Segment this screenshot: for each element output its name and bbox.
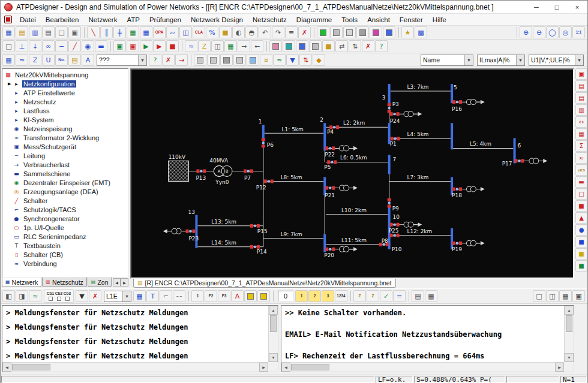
toggle-right-panel-button[interactable]: ◨	[16, 290, 28, 302]
vertical-scrollbar[interactable]: ▲ ▼	[564, 306, 574, 362]
insert-source-button[interactable]: ◉	[82, 40, 94, 52]
step-all-button[interactable]: 1234	[335, 290, 347, 302]
tab-netzschutz[interactable]: ▥Netzschutz	[42, 278, 87, 287]
report-2-button[interactable]: ▤	[575, 92, 587, 104]
name-combo[interactable]: Name ▼	[421, 55, 473, 66]
tab-zon[interactable]: ▤Zon	[88, 278, 112, 287]
phase-tool-button[interactable]: ≈	[273, 54, 286, 66]
tree-item-transformator-2-wicklung[interactable]: ∞Transformator 2-Wicklung	[2, 133, 128, 142]
load-consumer[interactable]	[466, 99, 484, 105]
tree-item-rlc-serienimpedanz[interactable]: ▭RLC Serienimpedanz	[2, 232, 128, 241]
tree-item-synchrongenerator[interactable]: ●Synchrongenerator	[2, 214, 128, 223]
lock-button[interactable]: ■	[219, 26, 232, 38]
tree-item-dezentraler-einspeiser-emt[interactable]: ◉Dezentraler Einspeiser (EMT)	[2, 178, 128, 187]
tab-netzwerk[interactable]: ▦Netzwerk	[2, 278, 41, 287]
zoom-fit-button[interactable]: ◎	[559, 26, 572, 38]
stop-simulation-button[interactable]: ■	[166, 40, 179, 52]
busbar[interactable]	[195, 215, 197, 248]
menu-atp[interactable]: ATP	[122, 15, 145, 25]
help-button[interactable]: ?	[375, 40, 388, 52]
chevron-down-icon[interactable]: ▼	[122, 291, 131, 301]
tree-item-schalter[interactable]: ╱Schalter	[2, 196, 128, 205]
tab-scroll-right-button[interactable]: ▶	[121, 278, 128, 287]
dash-tool-button[interactable]: – –	[173, 290, 185, 302]
marker-yellow-2-button[interactable]	[257, 290, 270, 302]
tree-item-lastfluss[interactable]: ▸Lastfluss	[2, 106, 128, 115]
load-consumer[interactable]	[340, 246, 358, 252]
swap-vertical-button[interactable]: ⇅	[349, 40, 361, 52]
switch-node[interactable]	[325, 146, 335, 150]
step-3-button[interactable]: 3	[322, 290, 334, 302]
align-button[interactable]: ≡	[285, 26, 298, 38]
tile-c-button[interactable]	[220, 54, 233, 66]
open-network-button[interactable]: ▤	[16, 26, 28, 38]
rotate-left-button[interactable]: ↶	[259, 26, 271, 38]
label-tool-button[interactable]: A	[82, 54, 94, 66]
square-green-button[interactable]: ■	[575, 260, 587, 272]
run-loadflow-button[interactable]: ▶	[140, 40, 152, 52]
scroll-left-icon[interactable]: ◀	[2, 363, 11, 372]
toggle-left-panel-button[interactable]: ◧	[2, 290, 15, 302]
scroll-right-icon[interactable]: ▶	[555, 363, 564, 372]
scroll-left-icon[interactable]: ◀	[281, 363, 290, 372]
step-1-button[interactable]: 1	[295, 290, 308, 302]
accept-button[interactable]: ✓	[380, 290, 392, 302]
insert-busbar-button[interactable]: ▬	[95, 40, 107, 52]
insert-load-button[interactable]: ↓	[29, 40, 41, 52]
load-consumer[interactable]	[466, 186, 484, 192]
zone-f2-button[interactable]: F2	[205, 290, 217, 302]
print-preview-button[interactable]: □	[55, 26, 68, 38]
export-data-button[interactable]: →	[238, 40, 250, 52]
balance-tool-button[interactable]: ⇅	[299, 54, 312, 66]
table-window-button[interactable]: ▦	[425, 290, 437, 302]
tile-magenta-button[interactable]	[370, 26, 382, 38]
event-counter-field[interactable]: 0	[278, 291, 293, 301]
component-meter-button[interactable]: ◫	[179, 26, 192, 38]
scroll-down-icon[interactable]: ▼	[269, 353, 278, 362]
tab-scroll-left-button[interactable]: ◀	[113, 278, 121, 287]
pq-table-button[interactable]: ▦	[224, 40, 237, 52]
switch-node[interactable]	[327, 160, 337, 164]
wave-tool-button[interactable]: ≈	[16, 54, 28, 66]
switch-node[interactable]	[250, 224, 260, 228]
box-outline-button[interactable]: □	[575, 188, 587, 200]
load-consumer[interactable]	[340, 146, 358, 151]
mode-run-button[interactable]	[317, 26, 329, 38]
bar-tool-button[interactable]: ▬	[575, 176, 587, 188]
triangle-tool-button[interactable]: ▲	[575, 212, 587, 224]
chevron-down-icon[interactable]: ▼	[138, 55, 146, 65]
tile-gray-button[interactable]	[309, 40, 322, 52]
switch-node[interactable]	[262, 138, 265, 147]
scrollbar-thumb[interactable]	[270, 315, 277, 332]
percent-tool-button[interactable]: %	[206, 26, 218, 38]
u1-combo[interactable]: U1|V,*;ULE|% ▼	[529, 55, 584, 66]
load-consumer[interactable]	[340, 185, 358, 191]
message-console[interactable]: > Meldungsfenster für Netzschutz Meldung…	[2, 306, 268, 361]
busbar[interactable]	[262, 125, 265, 139]
tree-item-schutzlogik-tacs[interactable]: ⌐Schutzlogik/TACS	[2, 205, 128, 214]
vertical-scrollbar[interactable]: ▲ ▼	[268, 306, 278, 362]
diagram-canvas[interactable]: AB110kV40MVAYyn0P13P7P6P4P1P3P24P16P22P5…	[131, 70, 573, 278]
menu-pr-fungen[interactable]: Prüfungen	[145, 15, 186, 25]
mdi-child-icon[interactable]	[4, 16, 12, 23]
plug-tool-button[interactable]: ¤	[260, 54, 272, 66]
search-combo[interactable]: ??? ▼	[97, 55, 147, 66]
delete-2-button[interactable]: ✗	[362, 40, 374, 52]
zone-marker-1-button[interactable]: Z	[353, 290, 366, 302]
switch-node[interactable]	[390, 234, 400, 237]
tile-a-button[interactable]	[194, 54, 206, 66]
grid-main-button[interactable]: ▦	[2, 54, 15, 66]
zoom-100-button[interactable]: 1:1	[572, 26, 585, 38]
flip-vertical-button[interactable]: ◓	[245, 26, 258, 38]
checkbox-icon[interactable]	[65, 297, 70, 301]
menu-fenster[interactable]: Fenster	[395, 15, 428, 25]
flip-horizontal-button[interactable]: ◐	[232, 26, 245, 38]
message-console[interactable]: >> Keine Schalter vorhanden.EMAIL> E-Mai…	[281, 306, 563, 361]
search-run-button[interactable]: →	[175, 54, 188, 66]
draw-busbar-button[interactable]: ║	[100, 26, 113, 38]
save-network-button[interactable]: ▥	[29, 26, 41, 38]
tile-d-button[interactable]	[233, 54, 246, 66]
cb-select-button[interactable]: ▼	[76, 290, 88, 302]
menu-diagramme[interactable]: Diagramme	[292, 15, 337, 25]
checkbox-icon[interactable]	[57, 297, 61, 301]
